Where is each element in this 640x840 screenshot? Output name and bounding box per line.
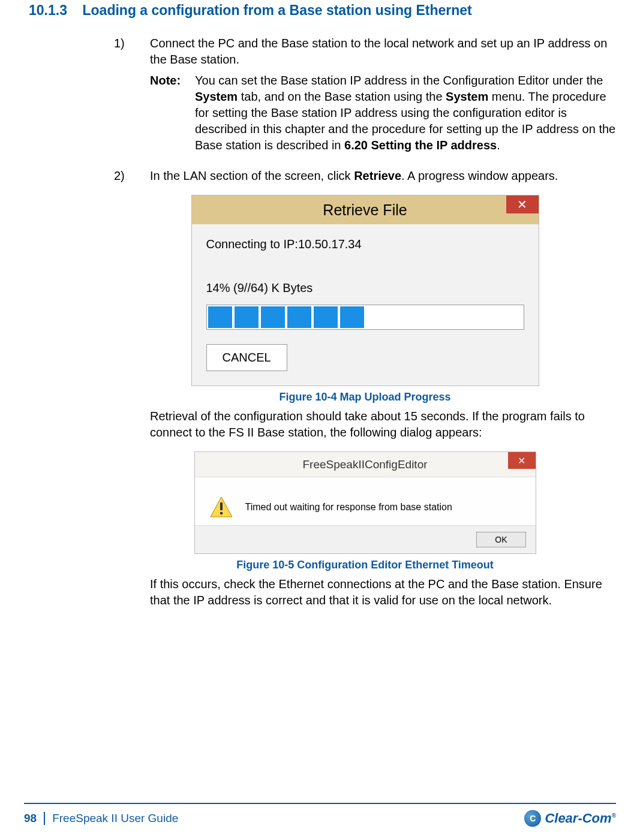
- step-text-part: In the LAN section of the screen, click: [150, 169, 354, 182]
- close-icon: ✕: [517, 197, 527, 212]
- note-block: Note: You can set the Base station IP ad…: [150, 73, 616, 153]
- svg-rect-1: [220, 502, 223, 510]
- progress-bar: [206, 305, 524, 330]
- section-number: 10.1.3: [29, 2, 67, 18]
- page-number: 98: [24, 812, 45, 825]
- note-text: You can set the Base station IP address …: [195, 74, 603, 87]
- dialog-footer: OK: [195, 525, 536, 553]
- close-button[interactable]: ✕: [508, 452, 536, 469]
- section-heading: 10.1.3 Loading a configuration from a Ba…: [29, 2, 622, 19]
- note-bold: System: [446, 90, 488, 103]
- step-1: 1) Connect the PC and the Base station t…: [114, 35, 616, 68]
- logo-icon: C: [524, 810, 541, 827]
- note-bold: System: [195, 90, 238, 103]
- close-icon: ✕: [518, 455, 525, 466]
- dialog-body: Timed out waiting for response from base…: [195, 477, 536, 525]
- progress-block: [340, 306, 364, 328]
- note-body: You can set the Base station IP address …: [195, 73, 616, 153]
- progress-block: [314, 306, 338, 328]
- paragraph: Retrieval of the configuration should ta…: [150, 408, 616, 441]
- dialog-title: FreeSpeakIIConfigEditor: [195, 458, 536, 471]
- note-bold: 6.20 Setting the IP address: [344, 139, 497, 152]
- close-button[interactable]: ✕: [506, 195, 539, 213]
- step-2: 2) In the LAN section of the screen, cli…: [114, 168, 616, 184]
- timeout-dialog: FreeSpeakIIConfigEditor ✕ Timed out wait…: [194, 451, 536, 554]
- note-text: .: [497, 139, 500, 152]
- page-footer: 98 FreeSpeak II User Guide C Clear-Com®: [24, 803, 616, 827]
- dialog-title: Retrieve File: [192, 201, 539, 219]
- note-label: Note:: [150, 73, 195, 153]
- svg-rect-2: [220, 512, 223, 514]
- progress-block: [261, 306, 285, 328]
- progress-block: [208, 306, 232, 328]
- figure-caption-1: Figure 10-4 Map Upload Progress: [114, 391, 616, 404]
- step-text-part: . A progress window appears.: [401, 169, 558, 182]
- cancel-button[interactable]: CANCEL: [206, 344, 287, 371]
- dialog-message: Timed out waiting for response from base…: [245, 502, 452, 513]
- warning-icon: [209, 495, 233, 519]
- connecting-label: Connecting to IP:10.50.17.34: [206, 237, 524, 251]
- step-text: In the LAN section of the screen, click …: [150, 168, 616, 184]
- paragraph: If this occurs, check the Ethernet conne…: [150, 576, 616, 609]
- dialog-body: Connecting to IP:10.50.17.34 14% (9//64)…: [192, 224, 539, 386]
- retrieve-file-dialog: Retrieve File ✕ Connecting to IP:10.50.1…: [191, 195, 539, 386]
- progress-label: 14% (9//64) K Bytes: [206, 281, 524, 295]
- section-title: Loading a configuration from a Base stat…: [83, 2, 472, 18]
- guide-name: FreeSpeak II User Guide: [52, 812, 178, 825]
- step-number: 1): [114, 35, 150, 68]
- step-bold: Retrieve: [354, 169, 401, 182]
- step-number: 2): [114, 168, 150, 184]
- figure-caption-2: Figure 10-5 Configuration Editor Etherne…: [114, 559, 616, 571]
- logo-text: Clear-Com®: [545, 811, 616, 826]
- progress-block: [287, 306, 311, 328]
- clearcom-logo: C Clear-Com®: [524, 810, 616, 827]
- step-text: Connect the PC and the Base station to t…: [150, 35, 616, 68]
- dialog-titlebar: FreeSpeakIIConfigEditor ✕: [195, 452, 536, 477]
- note-text: tab, and on the Base station using the: [238, 90, 446, 103]
- ok-button[interactable]: OK: [476, 532, 525, 547]
- progress-block: [235, 306, 259, 328]
- dialog-titlebar: Retrieve File ✕: [192, 195, 539, 224]
